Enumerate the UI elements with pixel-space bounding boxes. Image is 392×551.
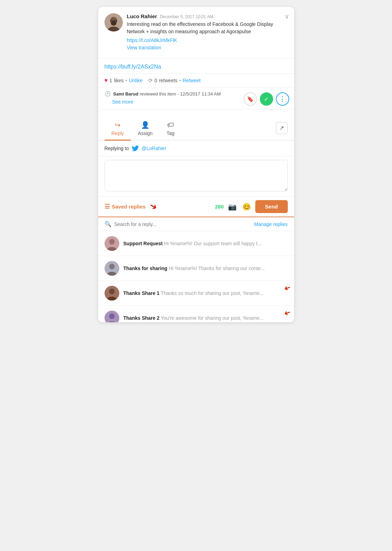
clock-icon: 🕐 bbox=[105, 91, 111, 97]
dot-separator-2: • bbox=[179, 78, 181, 83]
reply-title-3: Thanks Share 2 bbox=[123, 315, 160, 321]
author-name: Luco Rahier bbox=[127, 13, 157, 19]
svg-point-14 bbox=[109, 289, 115, 294]
post-meta: Luco Rahier December 5, 2017 10:01 AM In… bbox=[127, 13, 288, 51]
reply-title-1: Thanks for sharing bbox=[123, 266, 168, 271]
reply-list: Support Request Hi %name%! Our support t… bbox=[98, 231, 294, 322]
assign-tab-icon: 👤 bbox=[141, 121, 150, 129]
reply-preview-2: Thanks so much for sharing our post, %na… bbox=[161, 290, 264, 296]
emoji-button[interactable]: 😊 bbox=[241, 203, 252, 211]
reply-avatar-1 bbox=[105, 261, 119, 276]
reply-avatar-2 bbox=[105, 286, 119, 301]
reply-item-0[interactable]: Support Request Hi %name%! Our support t… bbox=[98, 231, 294, 256]
post-url-link[interactable]: https://t.co/A8kJrMkFlK bbox=[127, 37, 288, 43]
collapse-button[interactable]: ∨ bbox=[285, 13, 289, 20]
reviewer-name: Sami Barud bbox=[113, 91, 138, 97]
likes-count: 1 bbox=[109, 78, 112, 83]
see-more-link[interactable]: See more bbox=[112, 99, 134, 105]
retweet-link[interactable]: Retweet bbox=[183, 78, 200, 83]
reply-preview-3: You're awesome for sharing our post, %na… bbox=[161, 315, 264, 321]
likes-label: likes bbox=[114, 78, 124, 83]
likes-section: ♥ 1 likes • Unlike bbox=[105, 77, 143, 84]
retweets-count: 0 bbox=[155, 78, 157, 83]
reply-content-2: Thanks Share 1 Thanks so much for sharin… bbox=[123, 290, 288, 296]
unlike-link[interactable]: Unlike bbox=[129, 78, 143, 83]
saved-replies-icon: ☰ bbox=[105, 203, 110, 210]
reply-compose bbox=[98, 156, 294, 197]
reply-content-0: Support Request Hi %name%! Our support t… bbox=[123, 241, 288, 246]
saved-replies-bar: ☰ Saved replies ➜ 280 📷 😊 Send bbox=[98, 197, 294, 217]
reply-item-1[interactable]: Thanks for sharing Hi %name%! Thanks for… bbox=[98, 256, 294, 281]
svg-point-11 bbox=[109, 264, 115, 269]
buffer-link-section: https://buff.ly/2ASx2Na bbox=[98, 59, 294, 74]
buffer-link[interactable]: https://buff.ly/2ASx2Na bbox=[105, 64, 161, 70]
svg-point-17 bbox=[109, 313, 115, 319]
reply-tab-icon: ↪ bbox=[115, 121, 121, 129]
review-section: 🕐 Sami Barud reviewed this item - 12/5/2… bbox=[98, 87, 294, 110]
replying-to-section: Replying to @LoRahier bbox=[98, 141, 294, 156]
reply-content-3: Thanks Share 2 You're awesome for sharin… bbox=[123, 315, 288, 321]
author-avatar bbox=[105, 13, 123, 31]
tab-reply-label: Reply bbox=[112, 130, 124, 136]
mention-link[interactable]: @LoRahier bbox=[142, 146, 166, 151]
manage-replies-link[interactable]: Manage replies bbox=[254, 221, 288, 227]
send-button[interactable]: Send bbox=[255, 200, 288, 213]
tab-tag-label: Tag bbox=[166, 130, 174, 136]
view-translation-link[interactable]: View translation bbox=[127, 45, 162, 50]
action-buttons: 🔖 ✓ ⋮ bbox=[244, 92, 289, 106]
retweet-icon: ⟳ bbox=[148, 77, 153, 84]
post-date: December 5, 2017 10:01 AM bbox=[160, 14, 213, 19]
replying-to-label: Replying to bbox=[105, 146, 129, 151]
external-link-button[interactable]: ↗ bbox=[276, 122, 288, 134]
reply-content-1: Thanks for sharing Hi %name%! Thanks for… bbox=[123, 266, 288, 271]
search-reply-input[interactable] bbox=[114, 221, 251, 227]
reply-avatar-3 bbox=[105, 311, 119, 322]
reply-item-3[interactable]: Thanks Share 2 You're awesome for sharin… bbox=[98, 306, 294, 322]
reply-avatar-0 bbox=[105, 236, 119, 251]
reply-title-2: Thanks Share 1 bbox=[123, 290, 160, 296]
review-text: Sami Barud reviewed this item - 12/5/201… bbox=[113, 91, 221, 97]
bookmark-button[interactable]: 🔖 bbox=[244, 92, 257, 106]
retweets-section: ⟳ 0 retweets • Retweet bbox=[148, 77, 201, 84]
engagement-section: ♥ 1 likes • Unlike ⟳ 0 retweets • Retwee… bbox=[98, 74, 294, 87]
char-count: 280 bbox=[215, 204, 224, 210]
post-text: Interesting read on the effectiveness of… bbox=[127, 21, 288, 35]
reply-preview-0: Hi %name%! Our support team will happy t… bbox=[164, 241, 262, 246]
search-replies-section: 🔍 Manage replies bbox=[98, 217, 294, 231]
retweets-label: retweets bbox=[159, 78, 177, 83]
tab-bar: ↪ Reply 👤 Assign 🏷 Tag ↗ bbox=[98, 116, 294, 141]
more-options-button[interactable]: ⋮ bbox=[276, 92, 289, 106]
reply-preview-1: Hi %name%! Thanks for sharing our conte.… bbox=[169, 266, 264, 271]
twitter-icon bbox=[132, 145, 139, 152]
tab-tag[interactable]: 🏷 Tag bbox=[159, 116, 181, 141]
search-icon: 🔍 bbox=[105, 221, 112, 227]
tab-assign-label: Assign bbox=[138, 130, 152, 136]
approve-button[interactable]: ✓ bbox=[260, 92, 273, 106]
reply-item-2[interactable]: Thanks Share 1 Thanks so much for sharin… bbox=[98, 281, 294, 306]
arrow-indicator: ➜ bbox=[148, 200, 160, 213]
dot-separator: • bbox=[126, 78, 127, 83]
svg-point-8 bbox=[109, 239, 115, 245]
tag-tab-icon: 🏷 bbox=[167, 121, 174, 129]
heart-icon: ♥ bbox=[105, 77, 108, 84]
reply-title-0: Support Request bbox=[123, 241, 163, 246]
saved-replies-label[interactable]: ☰ Saved replies bbox=[105, 203, 146, 210]
reply-textarea[interactable] bbox=[105, 160, 288, 191]
camera-button[interactable]: 📷 bbox=[227, 203, 238, 211]
tab-reply[interactable]: ↪ Reply bbox=[105, 116, 131, 141]
tab-assign[interactable]: 👤 Assign bbox=[131, 116, 159, 141]
